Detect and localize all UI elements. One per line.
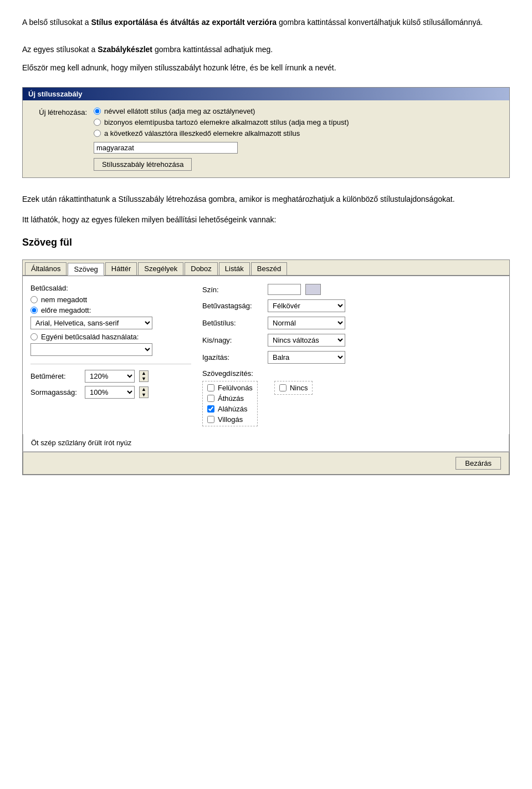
- tab-hatter[interactable]: Háttér: [105, 262, 137, 275]
- font-family-select[interactable]: Arial, Helvetica, sans-serif: [30, 317, 152, 329]
- intro-para2: Az egyes stílusokat a Szabálykészlet gom…: [22, 44, 510, 55]
- egyeni-select-row: [30, 343, 191, 356]
- betumeret-spinner: ▲ ▼: [139, 370, 149, 383]
- divider-1: [30, 364, 191, 364]
- felulvonas-checkbox[interactable]: [207, 384, 214, 391]
- create-style-button[interactable]: Stílusszabály létrehozása: [94, 158, 192, 171]
- radio-elore-megadott-label: előre megadott:: [41, 306, 91, 314]
- tab-doboz[interactable]: Doboz: [185, 262, 218, 275]
- intro-para1-after: gombra kattintással konvertálhatjuk küls…: [277, 18, 483, 27]
- nincs-label: Nincs: [290, 384, 308, 392]
- radio-option-3-label: a következő választóra illeszkedő elemek…: [104, 129, 300, 138]
- decoration-section: Szövegdíszítés: Felülvonás Áthúzás: [202, 369, 502, 426]
- kisnagy-select[interactable]: Nincs változás: [268, 334, 345, 347]
- intro-para2-after: gombra kattintással adhatjuk meg.: [152, 45, 273, 54]
- radio-elore-megadott-row[interactable]: előre megadott:: [30, 306, 191, 314]
- radio-option-2[interactable]: bizonyos elemtípusba tartozó elemekre al…: [94, 118, 349, 126]
- alahuzas-row[interactable]: Aláhúzás: [207, 405, 253, 413]
- villogas-label: Villogás: [218, 415, 243, 424]
- new-style-row: Új létrehozása: névvel ellátott stílus (…: [32, 107, 500, 138]
- new-style-options: névvel ellátott stílus (adja meg az oszt…: [94, 107, 349, 138]
- sormagassag-label: Sormagasság:: [30, 388, 80, 396]
- radio-nem-megadott-label: nem megadott: [41, 296, 87, 304]
- betucsal-section: Betűcsalád: nem megadott előre megadott:…: [30, 284, 191, 356]
- intro-para2-bold: Szabálykészlet: [98, 45, 152, 54]
- betustilus-row: Betűstílus: Normál: [202, 317, 502, 329]
- tab-beszed[interactable]: Beszéd: [251, 262, 287, 275]
- left-panel: Betűcsalád: nem megadott előre megadott:…: [30, 284, 191, 426]
- alahuzas-label: Aláhúzás: [218, 405, 247, 413]
- nincs-row[interactable]: Nincs: [279, 384, 308, 392]
- intro-para3: Először meg kell adnunk, hogy milyen stí…: [22, 62, 510, 74]
- szoveg-ful-heading: Szöveg fül: [22, 237, 510, 248]
- radio-option-3[interactable]: a következő választóra illeszkedő elemek…: [94, 129, 349, 138]
- egyeni-font-select[interactable]: [30, 343, 152, 356]
- intro-section: A belső stílusokat a Stílus exportálása …: [22, 17, 510, 74]
- felulvonas-row[interactable]: Felülvonás: [207, 384, 253, 392]
- igazitas-label: Igazítás:: [202, 353, 263, 362]
- betumeret-spinner-btn[interactable]: ▲ ▼: [139, 370, 149, 383]
- betumeret-section: Betűméret: 120% ▲ ▼ Sormagasság: 100%: [30, 370, 191, 399]
- spinner-down2-icon: ▼: [141, 393, 146, 398]
- new-style-create-label: Új létrehozása:: [32, 107, 87, 116]
- decoration-left-col: Felülvonás Áthúzás Aláhúzás Villogá: [202, 381, 258, 426]
- preview-row: Öt szép szűzlány őrült írót nyúz: [23, 434, 509, 452]
- igazitas-select[interactable]: Balra: [268, 351, 345, 364]
- color-picker-button[interactable]: [305, 284, 321, 295]
- after-dialog-text: Ezek után rákattinthatunk a Stílusszabál…: [22, 194, 510, 205]
- betuvastagsag-row: Betűvastagság: Félkövér: [202, 299, 502, 312]
- szin-label: Szín:: [202, 286, 263, 294]
- intro-para1-bold: Stílus exportálása és átváltás az export…: [91, 18, 277, 27]
- new-style-dialog: Új stílusszabály Új létrehozása: névvel …: [22, 87, 510, 178]
- betuvastagsag-select[interactable]: Félkövér: [268, 299, 345, 312]
- tabs-container: Általános Szöveg Háttér Szegélyek Doboz …: [22, 259, 510, 475]
- betuvastagsag-label: Betűvastagság:: [202, 302, 263, 310]
- dialog-bottom-bar: Bezárás: [23, 452, 509, 475]
- color-box: [268, 284, 301, 295]
- font-family-select-row: Arial, Helvetica, sans-serif: [30, 317, 191, 329]
- nincs-checkbox[interactable]: [279, 384, 287, 391]
- decoration-right-col: Nincs: [274, 381, 313, 395]
- radio-option-1-label: névvel ellátott stílus (adja meg az oszt…: [104, 107, 255, 115]
- intro-para1-before: A belső stílusokat a: [22, 18, 91, 27]
- radio-nem-megadott[interactable]: [30, 296, 38, 303]
- sormagassag-spinner: ▲ ▼: [139, 386, 149, 399]
- tab-szegely[interactable]: Szegélyek: [138, 262, 183, 275]
- athuzas-checkbox[interactable]: [207, 395, 214, 402]
- athuzas-label: Áthúzás: [218, 394, 244, 403]
- tab-listak[interactable]: Listák: [219, 262, 250, 275]
- tabs-row: Általános Szöveg Háttér Szegélyek Doboz …: [23, 260, 509, 276]
- radio-option-1[interactable]: névvel ellátott stílus (adja meg az oszt…: [94, 107, 349, 115]
- radio-named[interactable]: [94, 108, 101, 115]
- new-style-dialog-content: Új létrehozása: névvel ellátott stílus (…: [23, 100, 509, 177]
- preview-text: Öt szép szűzlány őrült írót nyúz: [31, 439, 131, 447]
- sormagassag-row: Sormagasság: 100% ▲ ▼: [30, 386, 191, 399]
- radio-egyeni-row[interactable]: Egyéni betűcsalád használata:: [30, 333, 191, 341]
- radio-selector[interactable]: [94, 130, 101, 137]
- betucsal-label: Betűcsalád:: [30, 284, 191, 292]
- villogas-row[interactable]: Villogás: [207, 415, 253, 424]
- felulvonas-label: Felülvonás: [218, 384, 253, 392]
- new-style-name-input[interactable]: [94, 142, 238, 154]
- szin-row: Szín:: [202, 284, 502, 295]
- radio-egyeni[interactable]: [30, 333, 38, 340]
- radio-egyeni-label: Egyéni betűcsalád használata:: [41, 333, 139, 341]
- right-panel: Szín: Betűvastagság: Félkövér Betűstílus…: [202, 284, 502, 426]
- radio-nem-megadott-row[interactable]: nem megadott: [30, 296, 191, 304]
- athuzas-row[interactable]: Áthúzás: [207, 394, 253, 403]
- new-style-input-row: [94, 142, 500, 154]
- radio-elore-megadott[interactable]: [30, 307, 38, 314]
- sormagassag-select[interactable]: 100%: [85, 386, 135, 399]
- radio-element-type[interactable]: [94, 119, 101, 126]
- betustilus-select[interactable]: Normál: [268, 317, 345, 329]
- new-style-dialog-title: Új stílusszabály: [23, 88, 509, 100]
- villogas-checkbox[interactable]: [207, 416, 214, 423]
- tab-szoveg[interactable]: Szöveg: [68, 263, 104, 276]
- betumeret-row: Betűméret: 120% ▲ ▼: [30, 370, 191, 383]
- alahuzas-checkbox[interactable]: [207, 405, 214, 413]
- close-button[interactable]: Bezárás: [456, 457, 501, 470]
- betumeret-label: Betűméret:: [30, 372, 80, 380]
- sormagassag-spinner-btn[interactable]: ▲ ▼: [139, 386, 149, 399]
- tab-altalanos[interactable]: Általános: [25, 262, 66, 275]
- betumeret-select[interactable]: 120%: [85, 370, 135, 383]
